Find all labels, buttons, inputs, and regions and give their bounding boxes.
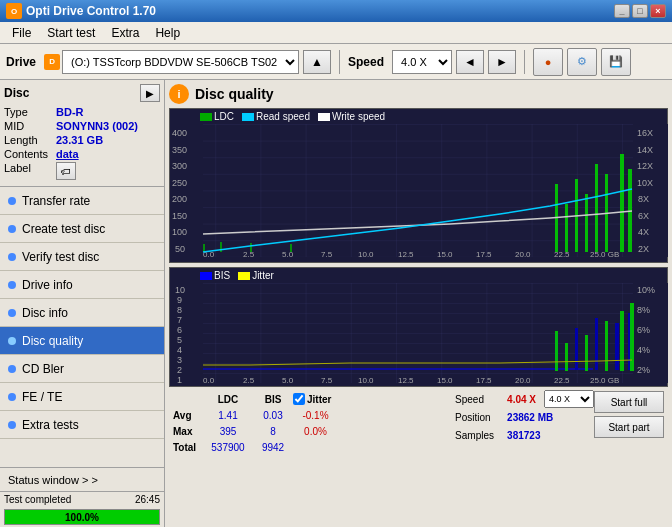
disc-contents-val[interactable]: data [56,148,79,160]
disc-label-icon-button[interactable]: 🏷 [56,162,76,180]
svg-text:10.0: 10.0 [358,376,374,383]
svg-text:8X: 8X [638,194,649,204]
svg-rect-74 [565,343,568,371]
chart2-svg: 10 9 8 7 6 5 4 3 2 1 10% 8% 6% 4% 2% 0.0… [170,283,668,383]
drive-label: Drive [6,55,36,69]
minimize-button[interactable]: _ [614,4,630,18]
disc-length-row: Length 23.31 GB [4,134,160,146]
disc-mid-val: SONYNN3 (002) [56,120,138,132]
sidebar-item-fe-te[interactable]: FE / TE [0,383,164,411]
start-part-button[interactable]: Start part [594,416,664,438]
col-bis: BIS [253,394,293,405]
legend-read-speed: Read speed [242,111,310,122]
close-button[interactable]: × [650,4,666,18]
save-button[interactable]: 💾 [601,48,631,76]
progress-bar-wrap: 100.0% [4,509,160,525]
svg-text:5: 5 [177,335,182,345]
settings-button[interactable]: ⚙ [567,48,597,76]
nav-dot-verify-test-disc [8,253,16,261]
sidebar-item-disc-quality[interactable]: Disc quality [0,327,164,355]
svg-text:4X: 4X [638,227,649,237]
disc-button[interactable]: ● [533,48,563,76]
svg-text:25.0 GB: 25.0 GB [590,376,619,383]
max-label: Max [173,426,203,437]
sidebar-label-cd-bler: CD Bler [22,362,64,376]
nav-dot-create-test-disc [8,225,16,233]
total-bis: 9942 [253,442,293,453]
legend-write-speed-label: Write speed [332,111,385,122]
app-icon: O [6,3,22,19]
disc-expand-button[interactable]: ▶ [140,84,160,102]
sidebar-item-create-test-disc[interactable]: Create test disc [0,215,164,243]
svg-rect-67 [203,368,593,370]
sidebar-item-drive-info[interactable]: Drive info [0,271,164,299]
sidebar-item-transfer-rate[interactable]: Transfer rate [0,187,164,215]
max-jitter: 0.0% [293,426,338,437]
total-ldc: 537900 [203,442,253,453]
sidebar-label-disc-info: Disc info [22,306,68,320]
toolbar: Drive D (O:) TSSTcorp BDDVDW SE-506CB TS… [0,44,672,80]
svg-rect-31 [290,244,292,252]
svg-text:300: 300 [172,161,187,171]
drive-select-wrap: D (O:) TSSTcorp BDDVDW SE-506CB TS02 [44,50,299,74]
svg-text:15.0: 15.0 [437,250,453,257]
speed-up-button[interactable]: ► [488,50,516,74]
svg-text:2: 2 [177,365,182,375]
sidebar-item-verify-test-disc[interactable]: Verify test disc [0,243,164,271]
content-area: i Disc quality LDC Read speed Write spee… [165,80,672,527]
svg-rect-76 [605,321,608,371]
status-window-button[interactable]: Status window > > [0,468,164,492]
legend-write-speed: Write speed [318,111,385,122]
menu-extra[interactable]: Extra [103,24,147,42]
speed-select[interactable]: 4.0 X [392,50,452,74]
sidebar-label-drive-info: Drive info [22,278,73,292]
svg-text:8%: 8% [637,305,650,315]
svg-text:7.5: 7.5 [321,376,333,383]
avg-ldc: 1.41 [203,410,253,421]
svg-text:400: 400 [172,128,187,138]
svg-text:4%: 4% [637,345,650,355]
chart1-container: LDC Read speed Write speed [169,108,668,263]
svg-rect-73 [555,331,558,371]
svg-rect-0 [203,124,633,257]
content-title: Disc quality [195,86,274,102]
disc-contents-row: Contents data [4,148,160,160]
status-time: 26:45 [135,494,160,505]
progress-bar-fill: 100.0% [5,510,159,524]
chart2-container: BIS Jitter 10 9 8 7 6 [169,267,668,387]
svg-text:2X: 2X [638,244,649,254]
svg-text:150: 150 [172,211,187,221]
svg-rect-69 [575,328,578,370]
sidebar-item-extra-tests[interactable]: Extra tests [0,411,164,439]
sidebar-item-cd-bler[interactable]: CD Bler [0,355,164,383]
avg-bis: 0.03 [253,410,293,421]
drive-select[interactable]: (O:) TSSTcorp BDDVDW SE-506CB TS02 [62,50,299,74]
svg-text:200: 200 [172,194,187,204]
svg-text:10%: 10% [637,285,655,295]
maximize-button[interactable]: □ [632,4,648,18]
svg-text:6: 6 [177,325,182,335]
svg-text:2.5: 2.5 [243,376,255,383]
speed-down-button[interactable]: ◄ [456,50,484,74]
speed-stat-label: Speed [455,394,503,405]
jitter-checkbox[interactable] [293,393,305,405]
sidebar-item-disc-info[interactable]: Disc info [0,299,164,327]
legend-jitter: Jitter [238,270,274,281]
stats-total-row: Total 537900 9942 [173,439,439,455]
drive-eject-button[interactable]: ▲ [303,50,331,74]
status-section: Status window > > Test completed 26:45 1… [0,467,164,527]
speed-stat-select[interactable]: 4.0 X [544,390,594,408]
samples-stat-label: Samples [455,430,503,441]
svg-text:12.5: 12.5 [398,250,414,257]
menu-help[interactable]: Help [147,24,188,42]
menu-file[interactable]: File [4,24,39,42]
start-full-button[interactable]: Start full [594,391,664,413]
right-stats: Speed 4.04 X 4.0 X Position 23862 MB Sam… [447,391,594,455]
menu-bar: File Start test Extra Help [0,22,672,44]
menu-start-test[interactable]: Start test [39,24,103,42]
svg-text:17.5: 17.5 [476,376,492,383]
disc-length-key: Length [4,134,56,146]
main-layout: Disc ▶ Type BD-R MID SONYNN3 (002) Lengt… [0,80,672,527]
disc-label-row: Label 🏷 [4,162,160,180]
status-row: Test completed 26:45 [0,492,164,507]
